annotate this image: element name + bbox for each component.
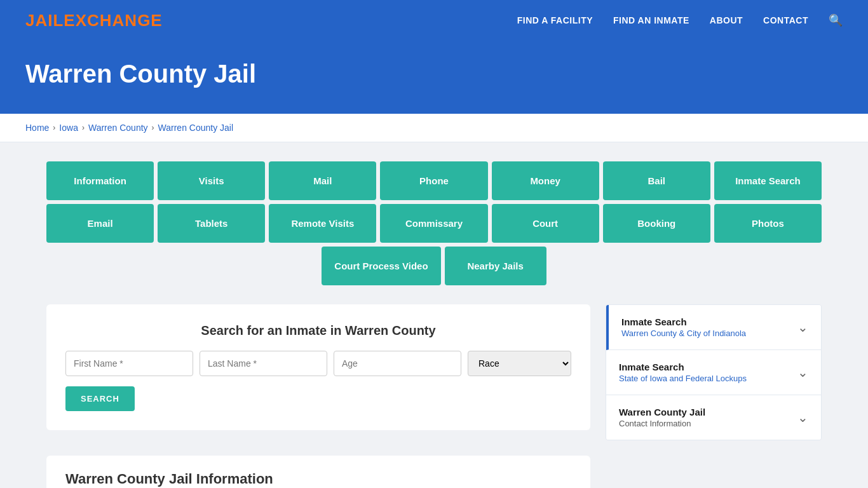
breadcrumb-iowa[interactable]: Iowa [59, 123, 78, 133]
sidebar-panel-subtitle-iowa: State of Iowa and Federal Lockups [619, 374, 747, 383]
btn-court-process-video[interactable]: Court Process Video [322, 247, 440, 285]
sidebar-panel-subtitle-warren: Warren County & City of Indianola [621, 329, 746, 338]
btn-bail[interactable]: Bail [603, 161, 710, 200]
sidebar-panel-subtitle-contact: Contact Information [619, 419, 705, 428]
grid-row-3: Court Process Video Nearby Jails [46, 247, 822, 285]
btn-photos[interactable]: Photos [714, 204, 822, 243]
breadcrumb-sep-3: › [152, 123, 154, 132]
sidebar-panel-title-warren: Inmate Search [621, 316, 746, 327]
nav-about[interactable]: ABOUT [710, 15, 743, 25]
inmate-search-panel: Search for an Inmate in Warren County Ra… [46, 304, 590, 430]
info-title: Warren County Jail Information [65, 471, 571, 487]
sidebar-spacer [606, 440, 822, 488]
info-section: Warren County Jail Information [46, 456, 590, 488]
nav-find-facility[interactable]: FIND A FACILITY [517, 15, 593, 25]
header: JAILEXCHANGE FIND A FACILITY FIND AN INM… [0, 0, 868, 41]
sidebar-panel-text-warren: Inmate Search Warren County & City of In… [621, 316, 746, 338]
page-title: Warren County Jail [25, 60, 843, 88]
breadcrumb-warren-county-jail[interactable]: Warren County Jail [158, 123, 234, 133]
sidebar-panel-title-contact: Warren County Jail [619, 407, 705, 417]
chevron-down-icon-iowa: ⌄ [797, 365, 808, 380]
lower-section: Search for an Inmate in Warren County Ra… [46, 304, 822, 440]
grid-row-1: Information Visits Mail Phone Money Bail… [46, 161, 822, 200]
sidebar-panels: Inmate Search Warren County & City of In… [606, 304, 822, 440]
btn-nearby-jails[interactable]: Nearby Jails [445, 247, 546, 285]
breadcrumb-bar: Home › Iowa › Warren County › Warren Cou… [0, 114, 868, 142]
sidebar-panel-inmate-search-iowa[interactable]: Inmate Search State of Iowa and Federal … [606, 350, 821, 395]
breadcrumb-warren-county[interactable]: Warren County [88, 123, 148, 133]
main-content: Information Visits Mail Phone Money Bail… [21, 161, 847, 488]
chevron-down-icon-warren: ⌄ [797, 320, 808, 335]
search-title: Search for an Inmate in Warren County [65, 323, 571, 338]
breadcrumb-sep-2: › [82, 123, 85, 132]
search-fields: Race White Black Hispanic Asian Other [65, 351, 571, 376]
breadcrumb-home[interactable]: Home [25, 123, 49, 133]
age-input[interactable] [334, 351, 461, 376]
grid-row-2: Email Tablets Remote Visits Commissary C… [46, 204, 822, 243]
breadcrumb: Home › Iowa › Warren County › Warren Cou… [25, 123, 843, 133]
btn-visits[interactable]: Visits [158, 161, 265, 200]
nav-find-inmate[interactable]: FIND AN INMATE [613, 15, 689, 25]
btn-commissary[interactable]: Commissary [380, 204, 487, 243]
btn-remote-visits[interactable]: Remote Visits [269, 204, 376, 243]
last-name-input[interactable] [200, 351, 327, 376]
btn-tablets[interactable]: Tablets [158, 204, 265, 243]
btn-phone[interactable]: Phone [380, 161, 487, 200]
race-select[interactable]: Race White Black Hispanic Asian Other [468, 351, 571, 376]
btn-court[interactable]: Court [492, 204, 599, 243]
search-button[interactable]: SEARCH [65, 386, 135, 411]
btn-email[interactable]: Email [46, 204, 154, 243]
main-nav: FIND A FACILITY FIND AN INMATE ABOUT CON… [517, 13, 843, 27]
breadcrumb-sep-1: › [53, 123, 55, 132]
sidebar-panel-inmate-search-warren[interactable]: Inmate Search Warren County & City of In… [606, 305, 821, 350]
sidebar-panel-contact-info[interactable]: Warren County Jail Contact Information ⌄ [606, 395, 821, 440]
chevron-down-icon-contact: ⌄ [797, 410, 808, 425]
search-icon-button[interactable]: 🔍 [829, 13, 843, 27]
logo-exchange: EXCHANGE [64, 11, 162, 30]
btn-booking[interactable]: Booking [603, 204, 710, 243]
btn-information[interactable]: Information [46, 161, 154, 200]
logo[interactable]: JAILEXCHANGE [25, 11, 163, 30]
logo-jail: JAIL [25, 11, 64, 30]
lower-bottom: Warren County Jail Information [46, 440, 822, 488]
nav-contact[interactable]: CONTACT [763, 15, 808, 25]
btn-money[interactable]: Money [492, 161, 599, 200]
hero-banner: Warren County Jail [0, 41, 868, 114]
sidebar-panel-title-iowa: Inmate Search [619, 362, 747, 372]
first-name-input[interactable] [65, 351, 193, 376]
sidebar-panel-text-iowa: Inmate Search State of Iowa and Federal … [619, 362, 747, 383]
btn-inmate-search[interactable]: Inmate Search [714, 161, 822, 200]
btn-mail[interactable]: Mail [269, 161, 376, 200]
sidebar-panel-text-contact: Warren County Jail Contact Information [619, 407, 705, 428]
